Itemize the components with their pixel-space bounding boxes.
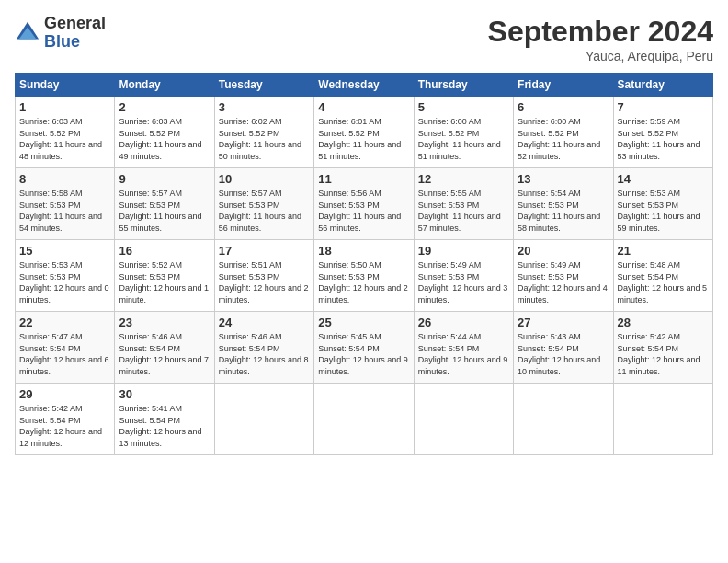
- table-row: 1Sunrise: 6:03 AMSunset: 5:52 PMDaylight…: [16, 97, 115, 168]
- table-row: 2Sunrise: 6:03 AMSunset: 5:52 PMDaylight…: [115, 97, 214, 168]
- table-row: [314, 384, 414, 455]
- table-row: [514, 384, 613, 455]
- calendar: Sunday Monday Tuesday Wednesday Thursday…: [15, 73, 713, 455]
- table-row: 26Sunrise: 5:44 AMSunset: 5:54 PMDayligh…: [414, 312, 513, 384]
- logo-text: General Blue: [44, 15, 106, 52]
- day-number: 18: [318, 244, 409, 258]
- day-info: Sunrise: 5:53 AMSunset: 5:53 PMDaylight:…: [19, 259, 110, 305]
- day-number: 5: [418, 100, 509, 114]
- day-number: 29: [19, 387, 110, 401]
- day-info: Sunrise: 5:56 AMSunset: 5:53 PMDaylight:…: [318, 188, 409, 234]
- day-number: 24: [219, 316, 310, 329]
- table-row: 10Sunrise: 5:57 AMSunset: 5:53 PMDayligh…: [214, 168, 313, 240]
- day-number: 4: [318, 100, 409, 114]
- day-number: 16: [119, 244, 210, 258]
- col-sunday: Sunday: [16, 74, 115, 97]
- page: General Blue September 2024 Yauca, Arequ…: [0, 0, 728, 563]
- col-monday: Monday: [115, 74, 214, 97]
- logo-general: General: [44, 14, 106, 32]
- table-row: 13Sunrise: 5:54 AMSunset: 5:53 PMDayligh…: [514, 168, 613, 240]
- table-row: 25Sunrise: 5:45 AMSunset: 5:54 PMDayligh…: [314, 312, 414, 384]
- table-row: 4Sunrise: 6:01 AMSunset: 5:52 PMDaylight…: [314, 97, 414, 168]
- day-info: Sunrise: 5:43 AMSunset: 5:54 PMDaylight:…: [518, 331, 609, 377]
- day-info: Sunrise: 5:55 AMSunset: 5:53 PMDaylight:…: [418, 188, 509, 234]
- title-block: September 2024 Yauca, Arequipa, Peru: [488, 15, 713, 63]
- day-info: Sunrise: 6:00 AMSunset: 5:52 PMDaylight:…: [418, 116, 509, 162]
- day-number: 22: [19, 316, 110, 329]
- col-friday: Friday: [514, 74, 613, 97]
- table-row: 20Sunrise: 5:49 AMSunset: 5:53 PMDayligh…: [514, 240, 613, 312]
- table-row: 28Sunrise: 5:42 AMSunset: 5:54 PMDayligh…: [613, 312, 712, 384]
- day-info: Sunrise: 5:45 AMSunset: 5:54 PMDaylight:…: [318, 331, 409, 377]
- day-number: 17: [219, 244, 310, 258]
- day-info: Sunrise: 5:52 AMSunset: 5:53 PMDaylight:…: [119, 259, 210, 305]
- table-row: 30Sunrise: 5:41 AMSunset: 5:54 PMDayligh…: [115, 384, 214, 455]
- calendar-week-5: 29Sunrise: 5:42 AMSunset: 5:54 PMDayligh…: [16, 384, 713, 455]
- day-info: Sunrise: 5:46 AMSunset: 5:54 PMDaylight:…: [219, 331, 310, 377]
- day-info: Sunrise: 5:41 AMSunset: 5:54 PMDaylight:…: [119, 403, 210, 449]
- day-number: 13: [518, 172, 609, 186]
- table-row: 23Sunrise: 5:46 AMSunset: 5:54 PMDayligh…: [115, 312, 214, 384]
- table-row: 3Sunrise: 6:02 AMSunset: 5:52 PMDaylight…: [214, 97, 313, 168]
- day-info: Sunrise: 5:58 AMSunset: 5:53 PMDaylight:…: [19, 188, 110, 234]
- table-row: 17Sunrise: 5:51 AMSunset: 5:53 PMDayligh…: [214, 240, 313, 312]
- table-row: 6Sunrise: 6:00 AMSunset: 5:52 PMDaylight…: [514, 97, 613, 168]
- day-info: Sunrise: 6:00 AMSunset: 5:52 PMDaylight:…: [518, 116, 609, 162]
- day-number: 7: [618, 100, 709, 114]
- table-row: 21Sunrise: 5:48 AMSunset: 5:54 PMDayligh…: [613, 240, 712, 312]
- day-info: Sunrise: 5:54 AMSunset: 5:53 PMDaylight:…: [518, 188, 609, 234]
- table-row: 5Sunrise: 6:00 AMSunset: 5:52 PMDaylight…: [414, 97, 513, 168]
- table-row: 27Sunrise: 5:43 AMSunset: 5:54 PMDayligh…: [514, 312, 613, 384]
- day-number: 19: [418, 244, 509, 258]
- day-number: 3: [219, 100, 310, 114]
- location: Yauca, Arequipa, Peru: [488, 49, 713, 63]
- day-info: Sunrise: 5:42 AMSunset: 5:54 PMDaylight:…: [19, 403, 110, 449]
- day-number: 26: [418, 316, 509, 329]
- calendar-week-2: 8Sunrise: 5:58 AMSunset: 5:53 PMDaylight…: [16, 168, 713, 240]
- day-info: Sunrise: 5:42 AMSunset: 5:54 PMDaylight:…: [618, 331, 709, 377]
- table-row: 8Sunrise: 5:58 AMSunset: 5:53 PMDaylight…: [16, 168, 115, 240]
- table-row: 29Sunrise: 5:42 AMSunset: 5:54 PMDayligh…: [16, 384, 115, 455]
- table-row: 14Sunrise: 5:53 AMSunset: 5:53 PMDayligh…: [613, 168, 712, 240]
- logo: General Blue: [15, 15, 106, 52]
- day-info: Sunrise: 6:03 AMSunset: 5:52 PMDaylight:…: [19, 116, 110, 162]
- day-info: Sunrise: 6:01 AMSunset: 5:52 PMDaylight:…: [318, 116, 409, 162]
- logo-blue: Blue: [44, 32, 80, 51]
- calendar-header-row: Sunday Monday Tuesday Wednesday Thursday…: [16, 74, 713, 97]
- day-number: 23: [119, 316, 210, 329]
- table-row: 18Sunrise: 5:50 AMSunset: 5:53 PMDayligh…: [314, 240, 414, 312]
- table-row: 24Sunrise: 5:46 AMSunset: 5:54 PMDayligh…: [214, 312, 313, 384]
- day-number: 30: [119, 387, 210, 401]
- day-info: Sunrise: 5:49 AMSunset: 5:53 PMDaylight:…: [518, 259, 609, 305]
- day-info: Sunrise: 5:49 AMSunset: 5:53 PMDaylight:…: [418, 259, 509, 305]
- calendar-week-1: 1Sunrise: 6:03 AMSunset: 5:52 PMDaylight…: [16, 97, 713, 168]
- col-saturday: Saturday: [613, 74, 712, 97]
- day-info: Sunrise: 5:53 AMSunset: 5:53 PMDaylight:…: [618, 188, 709, 234]
- day-info: Sunrise: 5:48 AMSunset: 5:54 PMDaylight:…: [618, 259, 709, 305]
- table-row: 15Sunrise: 5:53 AMSunset: 5:53 PMDayligh…: [16, 240, 115, 312]
- day-number: 1: [19, 100, 110, 114]
- day-number: 6: [518, 100, 609, 114]
- day-number: 27: [518, 316, 609, 329]
- month-title: September 2024: [488, 15, 713, 49]
- day-number: 21: [618, 244, 709, 258]
- day-number: 14: [618, 172, 709, 186]
- col-thursday: Thursday: [414, 74, 513, 97]
- calendar-week-3: 15Sunrise: 5:53 AMSunset: 5:53 PMDayligh…: [16, 240, 713, 312]
- table-row: 11Sunrise: 5:56 AMSunset: 5:53 PMDayligh…: [314, 168, 414, 240]
- day-info: Sunrise: 5:50 AMSunset: 5:53 PMDaylight:…: [318, 259, 409, 305]
- col-tuesday: Tuesday: [214, 74, 313, 97]
- day-info: Sunrise: 5:44 AMSunset: 5:54 PMDaylight:…: [418, 331, 509, 377]
- day-number: 10: [219, 172, 310, 186]
- table-row: 22Sunrise: 5:47 AMSunset: 5:54 PMDayligh…: [16, 312, 115, 384]
- calendar-week-4: 22Sunrise: 5:47 AMSunset: 5:54 PMDayligh…: [16, 312, 713, 384]
- day-number: 2: [119, 100, 210, 114]
- table-row: 19Sunrise: 5:49 AMSunset: 5:53 PMDayligh…: [414, 240, 513, 312]
- day-number: 28: [618, 316, 709, 329]
- col-wednesday: Wednesday: [314, 74, 414, 97]
- day-info: Sunrise: 5:46 AMSunset: 5:54 PMDaylight:…: [119, 331, 210, 377]
- day-number: 9: [119, 172, 210, 186]
- day-number: 11: [318, 172, 409, 186]
- day-number: 8: [19, 172, 110, 186]
- day-info: Sunrise: 5:59 AMSunset: 5:52 PMDaylight:…: [618, 116, 709, 162]
